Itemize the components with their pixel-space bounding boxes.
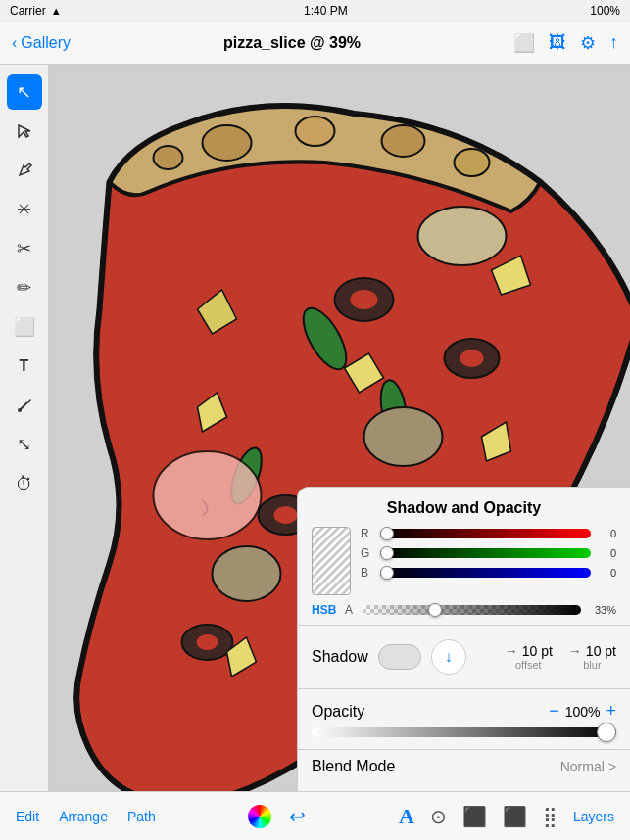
blue-slider[interactable] (380, 568, 591, 578)
svg-point-1 (18, 408, 22, 412)
opacity-minus-button[interactable]: − (549, 701, 559, 722)
shadow-direction-button[interactable]: ↓ (431, 639, 466, 675)
canvas-size-icon[interactable]: ⬜ (513, 32, 535, 54)
text-tool-button[interactable]: T (7, 349, 42, 384)
blue-value: 0 (597, 567, 616, 579)
svg-point-21 (364, 407, 443, 466)
alpha-slider[interactable] (363, 605, 581, 615)
eyedropper-tool-button[interactable] (7, 388, 42, 423)
edit-button[interactable]: Edit (16, 809, 39, 824)
green-value: 0 (597, 547, 616, 559)
direct-select-tool-button[interactable] (7, 114, 42, 149)
status-right: 100% (590, 4, 620, 18)
blend-mode-label: Blend Mode (312, 758, 395, 775)
opacity-value: 100% (565, 704, 601, 720)
scissors-tool-button[interactable]: ✂ (7, 231, 42, 266)
blur-arrow-icon: → (568, 643, 582, 659)
green-slider-row: G 0 (361, 546, 616, 560)
red-slider[interactable] (380, 529, 591, 538)
canvas-area[interactable]: Shadow and Opacity R 0 G (49, 65, 630, 791)
carrier-label: Carrier (10, 4, 46, 18)
wifi-icon: ▲ (51, 5, 62, 17)
left-toolbar: ↖ ✳ ✂ ✏ ⬜ T ⤡ ⏱ (0, 65, 49, 791)
svg-point-29 (418, 207, 507, 265)
svg-point-3 (203, 125, 252, 161)
color-swatch-icon[interactable]: ⬛ (503, 805, 527, 828)
opacity-controls: − 100% + (549, 701, 616, 722)
panel-title: Shadow and Opacity (298, 488, 630, 527)
image-icon[interactable]: 🖼 (549, 32, 566, 53)
nav-bar: ‹ Gallery pizza_slice @ 39% ⬜ 🖼 ⚙ ↑ (0, 22, 630, 65)
svg-point-5 (382, 125, 425, 157)
opacity-label: Opacity (312, 703, 364, 721)
blend-mode-chevron-icon: > (608, 759, 616, 774)
hsb-label[interactable]: HSB (312, 603, 339, 617)
pen-tool-button[interactable] (7, 153, 42, 188)
grid-icon[interactable]: ⣿ (543, 805, 557, 828)
offset-arrow-icon: → (505, 643, 518, 659)
timer-tool-button[interactable]: ⏱ (7, 466, 42, 501)
shadow-blur-col: → 10 pt blur (568, 643, 616, 671)
red-slider-row: R 0 (361, 527, 616, 540)
select-tool-button[interactable]: ↖ (7, 74, 42, 110)
blend-mode-current: Normal (560, 759, 605, 774)
green-slider[interactable] (380, 548, 591, 558)
svg-point-12 (351, 290, 378, 309)
back-button[interactable]: ‹ Gallery (12, 34, 71, 52)
divider-1 (298, 625, 630, 626)
divider-2 (298, 688, 630, 689)
bottom-left: Edit Arrange Path (16, 809, 156, 824)
battery-label: 100% (590, 4, 620, 18)
shadow-offset-value: 10 pt (522, 643, 553, 659)
main-area: ↖ ✳ ✂ ✏ ⬜ T ⤡ ⏱ (0, 65, 630, 791)
color-wheel-button[interactable] (248, 805, 271, 828)
nav-icons: ⬜ 🖼 ⚙ ↑ (513, 32, 618, 54)
color-sliders-row: R 0 G 0 (298, 527, 630, 603)
svg-point-28 (154, 451, 262, 539)
shadow-blur-value: 10 pt (586, 643, 616, 659)
status-left: Carrier ▲ (10, 4, 62, 18)
undo-button[interactable]: ↩ (289, 805, 306, 828)
shadow-opacity-panel: Shadow and Opacity R 0 G (297, 487, 630, 791)
svg-point-20 (197, 634, 218, 650)
shadow-blur-label: blur (583, 659, 601, 671)
hsb-alpha-row: HSB A 33% (298, 603, 630, 617)
blend-mode-section[interactable]: Blend Mode Normal > (298, 749, 630, 783)
back-chevron-icon: ‹ (12, 34, 17, 52)
settings-gear-icon[interactable]: ⚙ (580, 32, 596, 54)
pencil-tool-button[interactable]: ✏ (7, 270, 42, 305)
share-icon[interactable]: ↑ (609, 32, 618, 53)
svg-point-4 (296, 117, 335, 146)
bottom-center: ↩ (248, 805, 306, 828)
svg-point-14 (460, 350, 484, 367)
status-bar: Carrier ▲ 1:40 PM 100% (0, 0, 630, 22)
rectangle-tool-button[interactable]: ⬜ (7, 309, 42, 345)
svg-point-7 (154, 146, 183, 169)
alpha-value: 33% (587, 604, 616, 616)
text-insert-icon[interactable]: A (399, 804, 414, 829)
zoom-tool-button[interactable]: ⤡ (7, 427, 42, 462)
red-label: R (361, 527, 374, 540)
shadow-section: Shadow ↓ → 10 pt offset → 10 pt (298, 631, 630, 682)
blend-mode-value: Normal > (560, 759, 616, 774)
back-label: Gallery (21, 34, 71, 52)
shadow-label: Shadow (312, 648, 368, 666)
opacity-plus-button[interactable]: + (606, 701, 616, 722)
svg-point-22 (213, 546, 281, 601)
layers-button[interactable]: Layers (573, 809, 614, 824)
opacity-slider[interactable] (312, 727, 616, 737)
blue-slider-row: B 0 (361, 566, 616, 580)
opacity-header: Opacity − 100% + (312, 701, 616, 722)
blue-label: B (361, 566, 374, 580)
shape-icon[interactable]: ⬛ (462, 805, 487, 828)
opacity-thumb (597, 723, 616, 742)
color-preview-box (312, 527, 351, 595)
page-title: pizza_slice @ 39% (223, 34, 361, 52)
svg-point-6 (455, 149, 490, 176)
node-tool-button[interactable]: ✳ (7, 192, 42, 227)
shadow-toggle[interactable] (378, 644, 421, 670)
path-button[interactable]: Path (127, 809, 156, 824)
red-value: 0 (597, 528, 616, 539)
camera-icon[interactable]: ⊙ (430, 805, 447, 828)
arrange-button[interactable]: Arrange (59, 809, 108, 824)
